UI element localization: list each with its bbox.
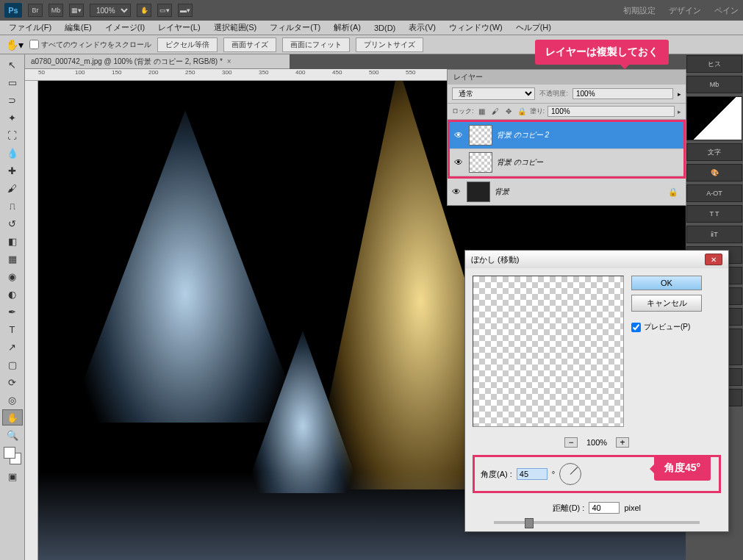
angle-input[interactable] xyxy=(517,468,548,480)
char-panel[interactable]: 文字 xyxy=(686,143,742,161)
distance-row: 距離(D) : pixel xyxy=(465,498,728,521)
lock-all-icon[interactable]: 🔒 xyxy=(517,107,527,117)
visibility-icon[interactable]: 👁 xyxy=(453,130,464,140)
menu-select[interactable]: 選択範囲(S) xyxy=(208,21,263,35)
history-brush-tool[interactable]: ↺ xyxy=(2,215,23,231)
zoom-in-button[interactable]: + xyxy=(616,437,629,448)
menu-filter[interactable]: フィルター(T) xyxy=(264,21,326,35)
document-tab[interactable]: a0780_000742_m.jpg @ 100% (背景 のコピー 2, RG… xyxy=(25,54,290,69)
menu-view[interactable]: 表示(V) xyxy=(403,21,442,35)
quickmask-tool[interactable]: ▣ xyxy=(2,468,23,484)
crop-tool[interactable]: ⛶ xyxy=(2,127,23,143)
hand-tool[interactable]: ✋ xyxy=(2,409,23,426)
layers-panel-title: レイヤー xyxy=(448,70,686,85)
shape-tool[interactable]: ▢ xyxy=(2,356,23,373)
link-design[interactable]: デザイン xyxy=(669,5,701,16)
preview-check[interactable]: プレビュー(P) xyxy=(631,322,702,332)
3d-camera-tool[interactable]: ◎ xyxy=(2,392,23,408)
scroll-all-check[interactable]: すべてのウィンドウをスクロール xyxy=(29,40,151,50)
menu-layer[interactable]: レイヤー(L) xyxy=(152,21,206,35)
type-tool[interactable]: T xyxy=(2,321,23,337)
layer-row-background[interactable]: 👁 背景 🔒 xyxy=(448,179,686,205)
fill-input[interactable] xyxy=(548,106,675,117)
menu-3d[interactable]: 3D(D) xyxy=(368,22,401,34)
br-icon[interactable]: Br xyxy=(28,4,43,17)
close-icon[interactable]: ✕ xyxy=(705,254,722,265)
layer-thumbnail[interactable] xyxy=(467,182,490,202)
eyedropper-tool[interactable]: 💧 xyxy=(2,145,23,161)
mb-icon[interactable]: Mb xyxy=(49,4,63,17)
type-options[interactable]: T T xyxy=(686,205,742,223)
lock-paint-icon[interactable]: 🖌 xyxy=(490,107,500,117)
angle-dial[interactable] xyxy=(559,463,581,485)
lock-move-icon[interactable]: ✥ xyxy=(503,107,514,117)
visibility-icon[interactable]: 👁 xyxy=(451,187,462,197)
opacity-input[interactable] xyxy=(572,88,673,99)
gradient-tool[interactable]: ▦ xyxy=(2,251,23,267)
color-swatch[interactable] xyxy=(4,447,21,464)
fit-screen-button[interactable]: 画面サイズ xyxy=(223,37,276,52)
motion-blur-dialog: ぼかし (移動) ✕ OK キャンセル プレビュー(P) − 100% + 角度… xyxy=(464,250,729,532)
fill-arrow-icon[interactable]: ▸ xyxy=(678,108,681,115)
menu-file[interactable]: ファイル(F) xyxy=(3,21,57,35)
heal-tool[interactable]: ✚ xyxy=(2,162,23,179)
lock-transparent-icon[interactable]: ▦ xyxy=(477,107,487,117)
layer-name[interactable]: 背景 のコピー xyxy=(497,157,543,168)
brush-tool[interactable]: 🖌 xyxy=(2,180,23,196)
3d-tool[interactable]: ⟳ xyxy=(2,374,23,390)
pen-tool[interactable]: ✒ xyxy=(2,304,23,320)
print-size-button[interactable]: プリントサイズ xyxy=(356,37,423,52)
blend-mode-select[interactable]: 通常 xyxy=(452,87,535,100)
link-prefs[interactable]: 初期設定 xyxy=(623,5,656,16)
screen-icon[interactable]: ▬▾ xyxy=(178,4,193,17)
blur-tool[interactable]: ◉ xyxy=(2,268,23,284)
doc-layout-icon[interactable]: ▦▾ xyxy=(69,4,84,17)
layer-thumbnail[interactable] xyxy=(469,125,492,146)
hand-tool-icon[interactable]: ✋ xyxy=(137,4,151,17)
layer-name[interactable]: 背景 のコピー 2 xyxy=(497,130,549,140)
dodge-tool[interactable]: ◐ xyxy=(2,286,23,302)
fill-screen-button[interactable]: 画面にフィット xyxy=(282,37,350,52)
menu-edit[interactable]: 編集(E) xyxy=(59,21,98,35)
layer-thumbnail[interactable] xyxy=(469,152,492,173)
distance-input[interactable] xyxy=(589,502,620,514)
layer-row[interactable]: 👁 背景 のコピー xyxy=(450,149,683,176)
layer-name[interactable]: 背景 xyxy=(495,187,509,197)
menu-window[interactable]: ウィンドウ(W) xyxy=(443,21,509,35)
move-tool[interactable]: ↖ xyxy=(2,57,23,73)
histogram-panel[interactable]: ヒス xyxy=(686,55,742,73)
lasso-tool[interactable]: ⊃ xyxy=(2,92,23,108)
zoom-out-button[interactable]: − xyxy=(564,437,578,448)
visibility-icon[interactable]: 👁 xyxy=(453,157,464,168)
layer-row[interactable]: 👁 背景 のコピー 2 xyxy=(450,122,683,149)
distance-slider[interactable] xyxy=(494,521,700,524)
app-topbar: Ps Br Mb ▦▾ 100% ✋ ▭▾ ▬▾ 初期設定 デザイン ペイン xyxy=(0,0,743,21)
dialog-titlebar[interactable]: ぼかし (移動) ✕ xyxy=(465,251,728,268)
dialog-preview xyxy=(473,276,624,427)
type-scale[interactable]: ⅱT xyxy=(686,226,742,243)
zoom-tool[interactable]: 🔍 xyxy=(2,427,23,443)
opacity-arrow-icon[interactable]: ▸ xyxy=(678,90,681,98)
font-panel[interactable]: A-OT xyxy=(686,184,742,202)
link-paint[interactable]: ペイン xyxy=(714,5,739,16)
ok-button[interactable]: OK xyxy=(631,276,702,290)
swatches-icon[interactable]: 🎨 xyxy=(686,164,742,182)
mb-panel[interactable]: Mb xyxy=(686,76,742,93)
actual-pixels-button[interactable]: ピクセル等倍 xyxy=(157,37,218,52)
menu-image[interactable]: イメージ(I) xyxy=(99,21,151,35)
zoom-select[interactable]: 100% xyxy=(90,4,131,17)
fg-color[interactable] xyxy=(4,447,15,459)
view-icon[interactable]: ▭▾ xyxy=(157,4,172,17)
wand-tool[interactable]: ✦ xyxy=(2,110,23,126)
menu-help[interactable]: ヘルプ(H) xyxy=(510,21,557,35)
eraser-tool[interactable]: ◧ xyxy=(2,233,23,249)
ps-logo: Ps xyxy=(4,3,22,18)
marquee-tool[interactable]: ▭ xyxy=(2,74,23,90)
menu-analysis[interactable]: 解析(A) xyxy=(328,21,367,35)
stamp-tool[interactable]: ⎍ xyxy=(2,198,23,214)
toolbox: ↖ ▭ ⊃ ✦ ⛶ 💧 ✚ 🖌 ⎍ ↺ ◧ ▦ ◉ ◐ ✒ T ↗ ▢ ⟳ ◎ … xyxy=(0,54,25,560)
cancel-button[interactable]: キャンセル xyxy=(631,295,702,312)
ruler-vertical xyxy=(25,81,38,560)
close-tab-icon[interactable]: × xyxy=(227,57,231,65)
path-tool[interactable]: ↗ xyxy=(2,339,23,355)
